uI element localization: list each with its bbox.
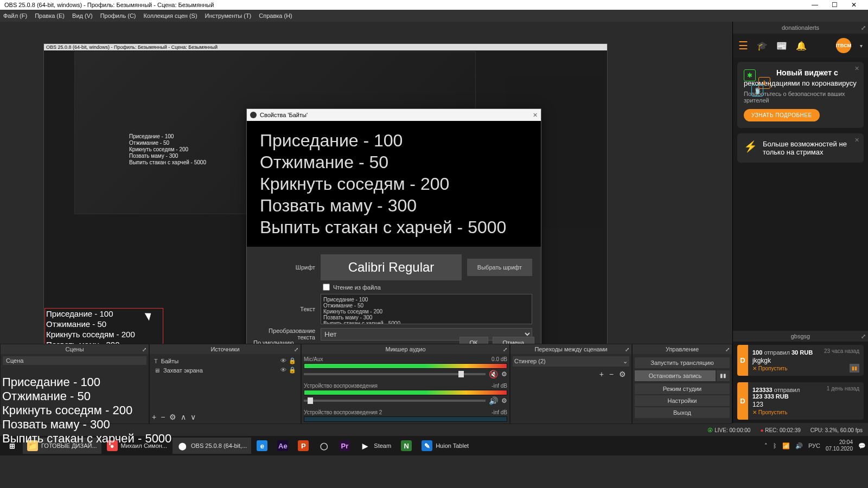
card-close-icon[interactable]: ✕	[854, 137, 859, 144]
read-from-file-label: Чтение из файла	[333, 284, 381, 291]
menu-scenes[interactable]: Коллекция сцен (S)	[143, 12, 197, 19]
scenes-dock-title: Сцены	[65, 346, 84, 352]
move-down-button[interactable]: ∨	[190, 413, 196, 421]
mixer-channel: Устройство воспроизведения 2-inf dB	[304, 409, 507, 422]
overlay-text-list: Приседание - 100 Отжимание - 50 Крикнуть…	[2, 375, 171, 446]
undock-icon[interactable]: ⤢	[625, 346, 629, 352]
learn-more-button[interactable]: УЗНАТЬ ПОДРОБНЕЕ	[744, 109, 820, 121]
taskbar-item-ae[interactable]: Ae	[273, 438, 292, 454]
menu-view[interactable]: Вид (V)	[72, 12, 93, 19]
choose-font-button[interactable]: Выбрать шрифт	[467, 259, 532, 276]
add-transition-button[interactable]: +	[599, 370, 604, 378]
feed-header[interactable]: gbsgsg ⤢	[733, 331, 868, 342]
hamburger-icon[interactable]: ☰	[738, 39, 748, 52]
source-item[interactable]: TБайты👁🔒	[152, 356, 298, 365]
volume-slider[interactable]	[304, 400, 486, 402]
chevron-down-icon: ⌄	[623, 358, 628, 365]
tray-clock[interactable]: 20:0407.10.2020	[826, 439, 853, 452]
scene-item[interactable]: Сцена	[3, 356, 146, 365]
feed-item[interactable]: D 100 отправил 30 RUB jkgkgk ✕ Пропустит…	[737, 345, 864, 376]
tray-language[interactable]: РУС	[808, 442, 820, 449]
sources-dock: Источники⤢ TБайты👁🔒 🖥Захват экрана👁🔒 + −…	[149, 344, 301, 424]
dialog-title-bar[interactable]: Свойства 'Байты' ✕	[247, 109, 541, 121]
window-close-button[interactable]: ✕	[844, 1, 864, 9]
font-name-display: Calibri Regular	[321, 254, 462, 280]
undock-icon[interactable]: ⤢	[294, 346, 298, 352]
lock-icon[interactable]: 🔒	[289, 367, 296, 374]
undock-icon[interactable]: ⤢	[503, 346, 507, 352]
card-title: Новый виджет с	[776, 68, 857, 77]
transition-settings-button[interactable]: ⚙	[619, 370, 626, 378]
gear-icon[interactable]: ⚙	[501, 370, 507, 378]
pause-recording-button[interactable]: ▮▮	[717, 370, 730, 381]
echo-text-list: Приседание - 100 Отжимание - 50 Крикнуть…	[129, 133, 206, 166]
widget-icons: ✱ 🌡 🥤	[744, 69, 771, 93]
undock-icon[interactable]: ⤢	[861, 333, 866, 340]
menu-edit[interactable]: Правка (E)	[35, 12, 65, 19]
avatar[interactable]: ITBCM	[836, 38, 851, 53]
taskbar-item[interactable]: N	[397, 438, 416, 454]
speaker-icon[interactable]: 🔊	[489, 396, 498, 405]
tray-bluetooth-icon[interactable]: ᛒ	[773, 442, 777, 449]
menu-file[interactable]: Файл (F)	[3, 12, 27, 19]
window-minimize-button[interactable]: —	[805, 1, 825, 9]
da-top-nav: ☰ 🎓 📰 🔔 ITBCM ▾	[733, 34, 868, 57]
preview-inner-title: OBS 25.0.8 (64-bit, windows) - Профиль: …	[44, 44, 607, 50]
menu-profile[interactable]: Профиль (C)	[100, 12, 136, 19]
taskbar-item-pr[interactable]: Pr	[335, 438, 354, 454]
taskbar-item[interactable]: ◯	[314, 438, 334, 454]
tray-wifi-icon[interactable]: 📶	[782, 442, 790, 450]
stop-recording-button[interactable]: Остановить запись	[635, 370, 716, 381]
exit-button[interactable]: Выход	[635, 407, 730, 418]
sources-dock-title: Источники	[210, 346, 239, 352]
text-content-textarea[interactable]	[321, 294, 532, 324]
taskbar-item-pp[interactable]: P	[293, 438, 313, 454]
tray-notifications-icon[interactable]: 💬	[858, 442, 866, 450]
studio-mode-button[interactable]: Режим студии	[635, 383, 730, 394]
visibility-icon[interactable]: 👁	[280, 357, 286, 364]
start-streaming-button[interactable]: Запустить трансляцию	[635, 357, 730, 368]
taskbar-item-obs[interactable]: ⬤OBS 25.0.8 (64-bit,...	[173, 438, 251, 454]
feed-item[interactable]: D 123333 отправил 123 333 RUB 123 ✕ Проп…	[737, 382, 864, 420]
read-from-file-checkbox[interactable]	[323, 284, 330, 291]
gear-icon[interactable]: ⚙	[501, 397, 507, 404]
move-up-button[interactable]: ∧	[181, 413, 186, 421]
feed-skip-button[interactable]: ✕ Пропустить	[752, 365, 859, 371]
undock-icon[interactable]: ⤢	[861, 24, 866, 31]
taskbar-item-edge[interactable]: e	[252, 438, 272, 454]
sources-toolbar: + − ⚙ ∧ ∨	[150, 410, 301, 423]
system-tray[interactable]: ˄ ᛒ 📶 🔊 РУС 20:0407.10.2020 💬	[764, 439, 866, 452]
menu-help[interactable]: Справка (H)	[259, 12, 292, 19]
da-header[interactable]: donationalerts ⤢	[733, 22, 868, 34]
transition-select[interactable]: Стингер (2)⌄	[513, 356, 629, 367]
window-maximize-button[interactable]: ☐	[825, 1, 844, 9]
feed-skip-button[interactable]: ✕ Пропустить	[752, 409, 859, 415]
window-title-bar: OBS 25.0.8 (64-bit, windows) - Профиль: …	[0, 0, 868, 10]
taskbar-item-huion[interactable]: ✎Huion Tablet	[417, 438, 473, 454]
source-item[interactable]: 🖥Захват экрана👁🔒	[152, 365, 298, 375]
tray-volume-icon[interactable]: 🔊	[795, 442, 803, 450]
remove-transition-button[interactable]: −	[609, 370, 614, 378]
bell-icon[interactable]: 🔔	[796, 41, 807, 51]
undock-icon[interactable]: ⤢	[725, 346, 730, 352]
card-close-icon[interactable]: ✕	[854, 65, 859, 72]
menu-tools[interactable]: Инструменты (T)	[205, 12, 252, 19]
audio-meter	[304, 416, 507, 422]
settings-button[interactable]: Настройки	[635, 395, 730, 406]
rec-status-icon: ●	[760, 427, 763, 433]
volume-slider[interactable]	[304, 373, 486, 375]
chevron-down-icon[interactable]: ▾	[860, 43, 863, 49]
visibility-icon[interactable]: 👁	[280, 367, 286, 374]
lock-icon[interactable]: 🔒	[289, 357, 296, 364]
feed-name: 123	[752, 401, 859, 408]
tray-chevron-up-icon[interactable]: ˄	[764, 442, 768, 450]
mixer-channel: Mic/Aux0.0 dB 🔇⚙	[304, 356, 507, 378]
news-icon[interactable]: 📰	[776, 41, 787, 51]
mute-icon[interactable]: 🔇	[489, 370, 498, 378]
taskbar-item-steam[interactable]: ▶Steam	[355, 438, 395, 454]
undock-icon[interactable]: ⤢	[142, 346, 146, 352]
dialog-close-button[interactable]: ✕	[533, 112, 538, 119]
feed-pause-button[interactable]: ▮▮	[850, 364, 859, 373]
education-icon[interactable]: 🎓	[757, 41, 768, 51]
transitions-dock-title: Переходы между сценами	[534, 346, 607, 352]
